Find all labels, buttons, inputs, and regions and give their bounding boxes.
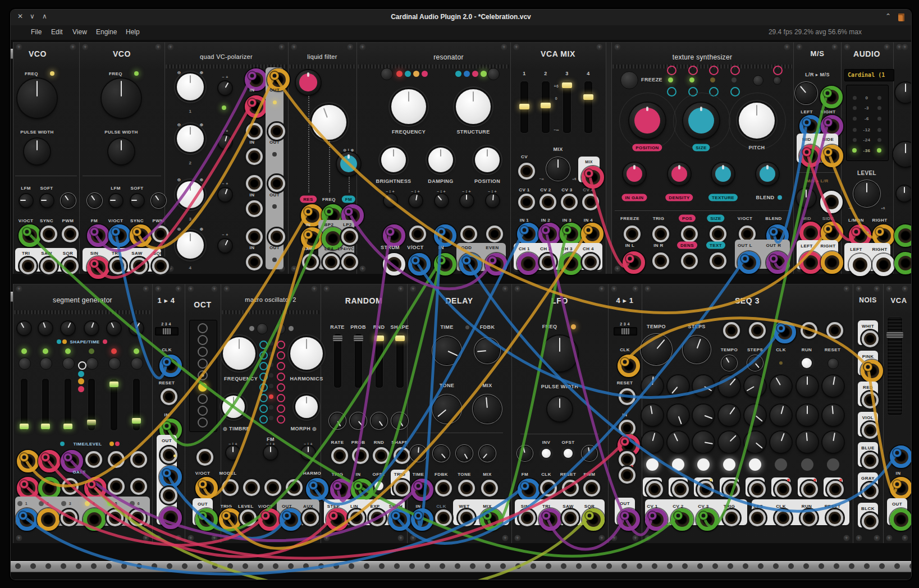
seq3-knob-grid-r2c3[interactable]	[693, 405, 714, 426]
random-trig-out-jack[interactable]	[394, 480, 410, 497]
pol-ch2-in2-jack[interactable]	[246, 148, 263, 165]
delay-time-jack[interactable]	[411, 479, 433, 501]
oct-step-3[interactable]	[198, 347, 208, 357]
segen-shape-knob-4[interactable]	[85, 321, 98, 335]
res-in-jack[interactable]	[434, 253, 456, 275]
vca-in-jack[interactable]	[890, 477, 912, 499]
texture-density-knob[interactable]	[668, 163, 691, 185]
random-lin-jack[interactable]	[348, 509, 365, 526]
partial-knob-1[interactable]	[895, 82, 912, 103]
seq3-knob-grid-r2c8[interactable]	[822, 405, 844, 426]
texture-mode-icon-1[interactable]	[667, 66, 676, 75]
macro-aux-jack[interactable]	[302, 509, 319, 526]
oct-step-7[interactable]	[198, 394, 208, 404]
audio-device-display[interactable]: Cardinal (1	[844, 69, 894, 81]
seq3-knob-grid-r3c2[interactable]	[667, 431, 689, 453]
res-cv4-jack[interactable]	[460, 226, 477, 242]
res-odd-jack[interactable]	[459, 253, 482, 275]
oct-step-1[interactable]	[198, 323, 208, 333]
oct-out-jack[interactable]	[195, 508, 218, 531]
partial-knob-3[interactable]	[897, 186, 912, 201]
seq3-knob-grid-r2c1[interactable]	[642, 405, 663, 426]
pol-out3-jack[interactable]	[268, 175, 285, 192]
seq3-gate-jack-7[interactable]	[801, 481, 818, 498]
texture-texture-knob[interactable]	[712, 163, 734, 185]
seq3-gate-jack-2[interactable]	[672, 481, 689, 498]
nois-viol-jack[interactable]	[862, 422, 879, 439]
menu-view[interactable]: View	[72, 28, 87, 36]
random-prob-slider[interactable]	[355, 334, 362, 388]
delay-wet-jack[interactable]	[458, 509, 475, 526]
segen-seg-button-3[interactable]	[62, 357, 75, 370]
liquid-lp2-jack[interactable]	[341, 228, 358, 245]
seq3-cv2-jack[interactable]	[671, 508, 693, 531]
pol-ch1-in2-jack[interactable]	[245, 95, 267, 118]
vcamix-in1-jack[interactable]	[517, 223, 539, 245]
menu-file[interactable]: File	[31, 28, 42, 36]
texture-size-jack[interactable]	[710, 226, 726, 242]
texture-mode-icon-2[interactable]	[688, 66, 698, 75]
pol-ch4-in2-jack[interactable]	[246, 254, 263, 270]
delay-mix-att[interactable]	[480, 446, 495, 461]
seq3-gate-jack-4[interactable]	[723, 481, 740, 498]
macro-harmonics-knob[interactable]	[290, 337, 323, 370]
segen-gate-jack-4[interactable]	[84, 477, 107, 499]
vcamix-cv2-jack[interactable]	[539, 194, 556, 210]
segen-gate-jack-5[interactable]	[108, 478, 125, 495]
liquid-lp4vca-jack[interactable]	[341, 254, 358, 270]
texture-freeze-jack[interactable]	[624, 226, 641, 242]
vcamix-slider-3[interactable]	[563, 81, 571, 133]
seq3-run-button[interactable]	[802, 358, 812, 368]
seq3-knob-grid-r3c3[interactable]	[693, 431, 714, 453]
vco2-saw-jack[interactable]	[131, 258, 148, 274]
random-step-jack[interactable]	[326, 508, 349, 531]
segen-seg-button-2[interactable]	[40, 357, 52, 370]
segen-time-jack-6[interactable]	[130, 451, 147, 468]
1to4-out-jack-2[interactable]	[159, 466, 182, 488]
vcamix-slider-1-handle[interactable]	[519, 104, 529, 109]
texture-outl-jack[interactable]	[738, 251, 760, 274]
vco2-tri-jack[interactable]	[109, 258, 126, 274]
vcamix-cv3-jack[interactable]	[561, 194, 578, 210]
res-strum-jack[interactable]	[383, 253, 405, 275]
seq3-step-lights-4[interactable]	[723, 458, 735, 471]
seq3-knob-grid-r2c7[interactable]	[797, 405, 818, 426]
vco2-pwm-knob[interactable]	[152, 194, 165, 207]
seq3-gate-jack-5[interactable]	[749, 481, 766, 498]
delay-tone-att[interactable]	[457, 446, 472, 461]
menu-help[interactable]: Help	[126, 28, 140, 36]
res-damping-knob[interactable]	[428, 148, 453, 172]
pol-ch1-att[interactable]	[218, 81, 232, 95]
vco2-soft-knob[interactable]	[131, 194, 144, 207]
seq3-reset-button[interactable]	[827, 358, 839, 369]
seq3-cv3-jack[interactable]	[696, 508, 719, 531]
oct-step-5[interactable]	[198, 370, 208, 380]
seq3-knob-grid-r2c2[interactable]	[667, 405, 689, 426]
oct-step-8[interactable]	[198, 406, 208, 416]
macro-bank-icon-6r[interactable]	[277, 394, 285, 402]
delay-tone-knob[interactable]	[433, 396, 460, 422]
vco1-voct-jack[interactable]	[19, 224, 41, 247]
res-cv5-jack[interactable]	[486, 226, 503, 242]
segen-out-jack-3[interactable]	[61, 509, 77, 526]
lfo-reset-jack[interactable]	[562, 480, 579, 497]
segen-slider-6-handle[interactable]	[132, 418, 141, 424]
seq3-knob-grid-r1c8[interactable]	[822, 375, 844, 397]
1to4-reset-jack[interactable]	[161, 388, 177, 405]
segen-slider-5-handle[interactable]	[109, 382, 118, 387]
1to4-out-jack-3[interactable]	[161, 487, 177, 504]
res-position-knob[interactable]	[475, 148, 500, 172]
random-rate-slider-handle[interactable]	[333, 336, 342, 341]
segen-seg-button-6[interactable]	[131, 357, 143, 370]
nois-blck-jack[interactable]	[862, 513, 879, 530]
texture-quality-icon-1[interactable]	[667, 87, 676, 97]
ms-out-left-jack[interactable]	[799, 251, 822, 274]
macro-bank-icon-2r[interactable]	[277, 351, 285, 360]
lfo-saw-jack[interactable]	[562, 509, 579, 526]
stick-icon[interactable]: ⌃	[885, 12, 891, 20]
vcamix-slider-4[interactable]	[584, 81, 592, 133]
segen-slider-3[interactable]	[65, 379, 71, 430]
menu-engine[interactable]: Engine	[96, 28, 117, 36]
res-even-jack[interactable]	[485, 253, 507, 275]
vco1-freq-knob[interactable]	[17, 79, 57, 118]
